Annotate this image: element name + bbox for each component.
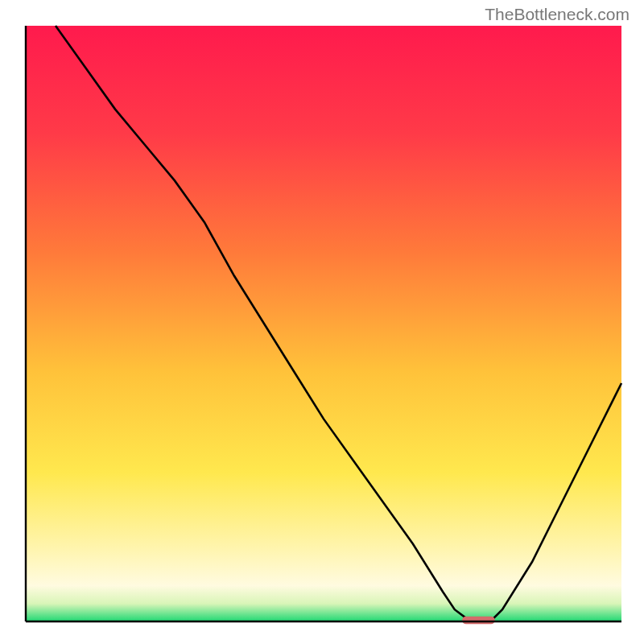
chart-container: TheBottleneck.com [0,0,644,644]
optimal-marker [462,617,495,625]
plot-background [26,26,621,621]
watermark-text: TheBottleneck.com [485,5,630,24]
chart-svg [0,0,644,644]
